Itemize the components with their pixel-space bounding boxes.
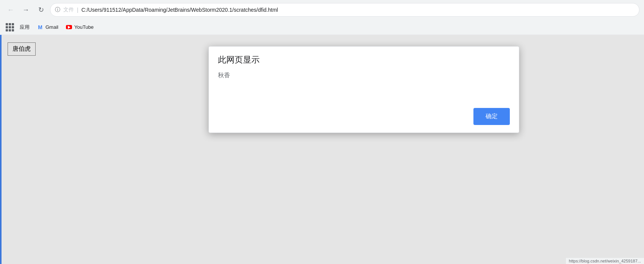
info-icon: ⓘ <box>55 6 60 13</box>
forward-button[interactable]: → <box>20 4 32 16</box>
address-bar-container: ⓘ 文件 | <box>50 3 639 17</box>
dialog-buttons: 确定 <box>218 108 510 125</box>
dialog-overlay: 此网页显示 秋香 确定 <box>0 35 644 264</box>
browser-chrome: ← → ↻ ⓘ 文件 | 应用 M <box>0 0 644 35</box>
apps-icon[interactable] <box>5 22 15 33</box>
apps-label[interactable]: 应用 <box>17 22 33 32</box>
page-content: 唐伯虎 此网页显示 秋香 确定 <box>0 35 644 264</box>
nav-bar: ← → ↻ ⓘ 文件 | <box>0 0 644 20</box>
reload-icon: ↻ <box>38 6 44 14</box>
reload-button[interactable]: ↻ <box>35 4 47 16</box>
youtube-label: YouTube <box>74 24 94 30</box>
gmail-icon: M <box>37 24 43 30</box>
dialog-message: 秋香 <box>218 72 510 102</box>
gmail-label: Gmail <box>45 24 58 30</box>
forward-icon: → <box>22 6 29 14</box>
pipe-separator: | <box>77 7 78 13</box>
status-url: https://blog.csdn.net/weixin_4259187... <box>569 259 641 263</box>
bookmarks-bar: 应用 M Gmail YouTube <box>0 20 644 35</box>
dialog-title: 此网页显示 <box>218 54 510 66</box>
apps-grid <box>6 23 14 31</box>
youtube-icon <box>66 24 72 30</box>
back-icon: ← <box>7 6 14 14</box>
back-button[interactable]: ← <box>5 4 17 16</box>
status-bar: https://blog.csdn.net/weixin_4259187... <box>566 258 644 264</box>
alert-dialog: 此网页显示 秋香 确定 <box>208 46 519 133</box>
bookmark-gmail[interactable]: M Gmail <box>34 23 61 32</box>
address-separator: 文件 <box>63 6 74 13</box>
bookmark-youtube[interactable]: YouTube <box>63 23 97 32</box>
dialog-ok-button[interactable]: 确定 <box>473 108 510 125</box>
apps-text: 应用 <box>20 24 30 31</box>
address-input[interactable] <box>81 7 635 13</box>
